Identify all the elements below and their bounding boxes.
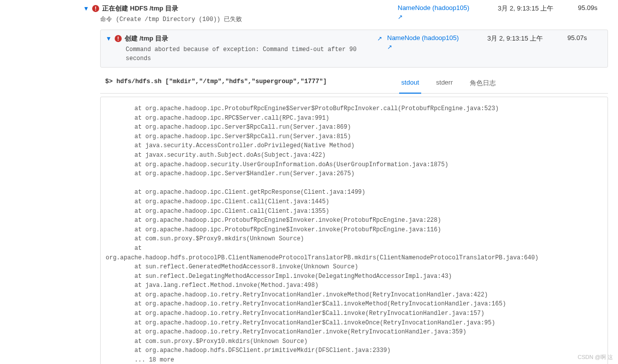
task2-time: 3月 2, 9:13:15 上午 (487, 34, 562, 43)
task2-duration: 95.07s (567, 34, 602, 42)
external-link-icon[interactable]: ↗ (377, 34, 382, 42)
external-link-icon[interactable]: ↗ (398, 14, 493, 21)
tab-rolelog[interactable]: 角色日志 (468, 75, 498, 94)
tab-stderr[interactable]: stderr (434, 75, 455, 94)
task2-node-link[interactable]: NameNode (hadoop105) (387, 34, 459, 42)
output-tabs: stdout stderr 角色日志 (399, 75, 498, 93)
watermark: CSDN @啊 这 (578, 353, 613, 361)
task1-duration: 95.09s (578, 4, 613, 12)
error-icon: ! (92, 5, 99, 12)
task1-title: 正在创建 HDFS /tmp 目录 (102, 4, 178, 13)
tab-stdout[interactable]: stdout (399, 75, 421, 94)
command-prompt: $> hdfs/hdfs.sh ["mkdir","/tmp","hdfs","… (105, 78, 327, 90)
chevron-down-icon[interactable]: ▼ (106, 35, 112, 42)
task2-title: 创建 /tmp 目录 (125, 34, 168, 43)
error-icon: ! (115, 35, 122, 42)
task1-time: 3月 2, 9:13:15 上午 (498, 4, 573, 13)
task1-subtext: 命令 (Create /tmp Directory (100)) 已失败 (100, 15, 393, 24)
task-row-2: ▼ ! 创建 /tmp 目录 Command aborted because o… (100, 30, 608, 68)
task-row-1: ▼ ! 正在创建 HDFS /tmp 目录 命令 (Create /tmp Di… (0, 0, 618, 28)
task2-subtext: Command aborted because of exception: Co… (126, 45, 372, 63)
task1-node-link[interactable]: NameNode (hadoop105) (398, 4, 469, 12)
log-output: at org.apache.hadoop.ipc.ProtobufRpcEngi… (100, 97, 608, 364)
chevron-down-icon[interactable]: ▼ (83, 5, 89, 12)
external-link-icon[interactable]: ↗ (387, 44, 482, 51)
